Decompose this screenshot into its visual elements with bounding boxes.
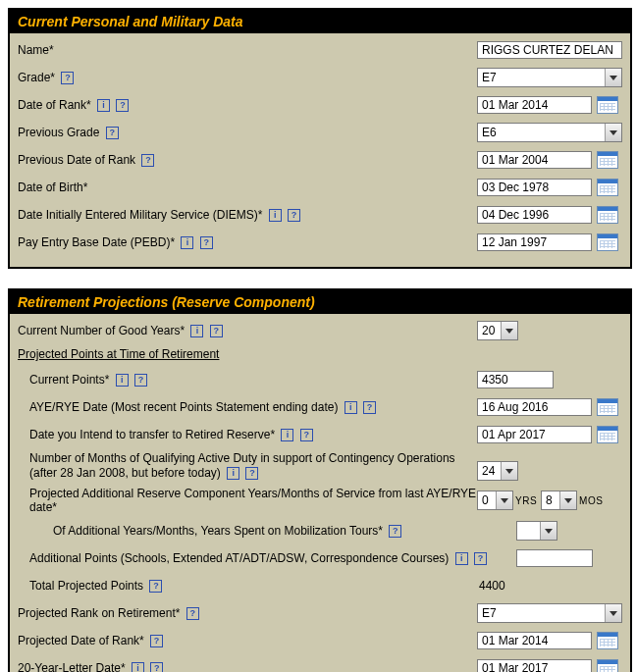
chevron-down-icon[interactable] [501,462,517,480]
chevron-down-icon[interactable] [605,69,621,86]
panel-header: Retirement Projections (Reserve Componen… [10,290,630,314]
good-years-label: Current Number of Good Years* i ? [18,324,477,337]
proj-rank-select[interactable]: E7 [477,603,622,623]
panel-header: Current Personal and Military Data [10,10,630,33]
info-icon[interactable]: i [344,401,357,414]
dob-input[interactable] [477,179,592,196]
calendar-icon[interactable] [597,632,618,649]
current-points-input[interactable] [477,371,554,388]
section-projected-points: Projected Points at Time of Retirement [18,347,622,361]
mob-tours-select[interactable] [516,521,557,541]
calendar-icon[interactable] [597,233,618,251]
qual-months-label: Number of Months of Qualifying Active Du… [18,451,477,481]
chevron-down-icon[interactable] [540,522,556,540]
dob-label: Date of Birth* [18,181,477,194]
current-points-label: Current Points* i ? [18,373,477,387]
info-icon[interactable]: i [227,467,239,480]
grade-select[interactable]: E7 [477,68,622,87]
mob-tours-label: Of Additional Years/Months, Years Spent … [18,524,516,538]
diems-input[interactable] [477,206,592,224]
proj-yrs-select[interactable]: 0 [477,491,513,510]
info-icon[interactable]: i [132,662,144,672]
prev-date-rank-input[interactable] [477,151,592,169]
chevron-down-icon[interactable] [559,491,576,509]
prev-grade-select[interactable]: E6 [477,123,622,142]
pebd-input[interactable] [477,233,592,251]
help-icon[interactable]: ? [210,325,223,337]
help-icon[interactable]: ? [141,154,154,167]
date-of-rank-input[interactable] [477,96,592,114]
transfer-date-label: Date you Intend to transfer to Retired R… [18,428,477,441]
help-icon[interactable]: ? [149,580,162,593]
calendar-icon[interactable] [597,151,618,169]
diems-label: Date Initially Entered Military Service … [18,208,477,222]
help-icon[interactable]: ? [363,401,376,414]
prev-grade-label: Previous Grade ? [18,126,477,139]
help-icon[interactable]: ? [245,467,258,480]
info-icon[interactable]: i [269,209,282,222]
chevron-down-icon[interactable] [605,604,621,622]
help-icon[interactable]: ? [288,209,300,222]
proj-ym-label: Projected Additional Reserve Component Y… [18,487,477,514]
panel-retirement-projections: Retirement Projections (Reserve Componen… [8,288,632,672]
help-icon[interactable]: ? [186,607,199,620]
panel-personal-military: Current Personal and Military Data Name*… [8,8,632,269]
chevron-down-icon[interactable] [496,491,512,509]
help-icon[interactable]: ? [474,552,487,565]
grade-label: Grade* ? [18,71,477,84]
help-icon[interactable]: ? [150,662,163,672]
calendar-icon[interactable] [597,398,618,416]
total-points-label: Total Projected Points ? [18,579,477,593]
twenty-year-label: 20-Year-Letter Date* i ? [18,661,477,672]
aye-rye-label: AYE/RYE Date (Most recent Points Stateme… [18,400,477,414]
help-icon[interactable]: ? [300,429,313,441]
help-icon[interactable]: ? [389,525,401,538]
help-icon[interactable]: ? [134,374,147,387]
proj-date-rank-label: Projected Date of Rank* ? [18,634,477,647]
help-icon[interactable]: ? [106,127,119,139]
calendar-icon[interactable] [597,659,618,672]
name-label: Name* [18,43,477,57]
help-icon[interactable]: ? [150,635,163,647]
qual-months-select[interactable]: 24 [477,461,518,481]
info-icon[interactable]: i [281,429,293,441]
help-icon[interactable]: ? [200,236,213,249]
proj-mos-select[interactable]: 8 [541,491,577,510]
info-icon[interactable]: i [116,374,129,387]
info-icon[interactable]: i [455,552,468,565]
aye-rye-input[interactable] [477,398,592,416]
chevron-down-icon[interactable] [605,124,621,141]
name-input[interactable] [477,41,622,59]
date-of-rank-label: Date of Rank* i ? [18,98,477,112]
proj-date-rank-input[interactable] [477,632,592,649]
calendar-icon[interactable] [597,96,618,114]
info-icon[interactable]: i [181,236,193,249]
info-icon[interactable]: i [97,99,110,112]
chevron-down-icon[interactable] [501,322,517,339]
calendar-icon[interactable] [597,426,618,443]
help-icon[interactable]: ? [116,99,129,112]
twenty-year-input[interactable] [477,659,592,672]
info-icon[interactable]: i [190,325,203,337]
calendar-icon[interactable] [597,206,618,224]
addl-points-label: Additional Points (Schools, Extended AT/… [18,551,516,565]
total-points-value: 4400 [477,579,505,593]
addl-points-input[interactable] [516,549,593,567]
transfer-date-input[interactable] [477,426,592,443]
proj-rank-label: Projected Rank on Retirement* ? [18,606,477,620]
help-icon[interactable]: ? [61,72,74,84]
yrs-label: YRS [515,495,537,506]
calendar-icon[interactable] [597,179,618,196]
prev-date-rank-label: Previous Date of Rank ? [18,153,477,167]
good-years-select[interactable]: 20 [477,321,518,340]
mos-label: MOS [579,495,603,506]
pebd-label: Pay Entry Base Date (PEBD)* i ? [18,235,477,249]
